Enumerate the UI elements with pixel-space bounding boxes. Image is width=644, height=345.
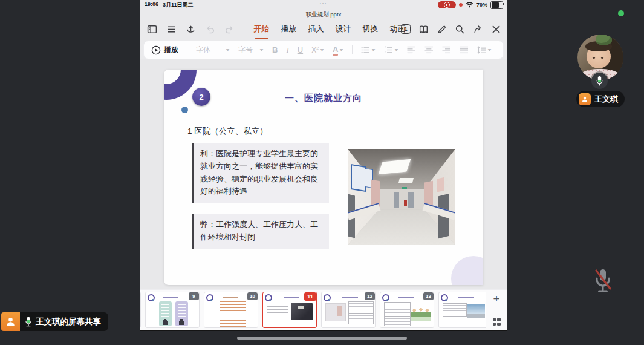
ribbon-bar: 开始 播放 插入 设计 切换 动画 1 (140, 20, 507, 38)
chevron-down-icon: ▼ (259, 48, 264, 52)
thumbnail-slide-11-selected[interactable]: 11 (262, 292, 317, 328)
pen-annotate-icon[interactable] (437, 24, 447, 34)
slide-number-badge: 10 (247, 292, 258, 300)
superscript-button[interactable]: X2▼ (311, 46, 324, 54)
align-left-icon[interactable] (407, 46, 416, 54)
photo-fire-extinguisher (404, 200, 406, 206)
close-icon[interactable] (491, 24, 501, 34)
thumbnail-slide-12[interactable]: 12 (321, 292, 376, 328)
photo-door (437, 177, 444, 192)
slide-title[interactable]: 一、医院就业方向 (164, 93, 483, 104)
mic-level-icon (25, 317, 32, 327)
photo-far-door (408, 192, 414, 208)
participant-mic-indicator[interactable] (591, 73, 608, 89)
slide-number-badge: 9 (189, 292, 199, 300)
font-color-label: A (333, 45, 338, 56)
screen-record-indicator[interactable] (438, 1, 456, 8)
slide-number-badge: 11 (304, 292, 316, 301)
share-banner-body: 王文琪的屏幕共享 (20, 312, 108, 331)
share-upload-icon[interactable] (186, 24, 196, 34)
chevron-down-icon: ▼ (487, 48, 492, 52)
wifi-icon (466, 2, 473, 8)
photo-exit-sign (402, 187, 407, 189)
current-slide[interactable]: 2 一、医院就业方向 1 医院（公立、私立） 利：医院是护理专业学生最主要的就业… (164, 70, 483, 285)
participant-name-badge: 王文琪 (576, 91, 625, 107)
muted-mic-button[interactable] (592, 267, 614, 297)
menu-icon[interactable] (166, 24, 177, 34)
share-arrow-icon[interactable] (473, 24, 483, 34)
slide-number-badge: 12 (365, 292, 375, 300)
tab-home[interactable]: 开始 (254, 24, 270, 34)
thumbnail-slide-14[interactable] (438, 292, 493, 328)
numbered-list-icon (384, 46, 393, 54)
tab-play[interactable]: 播放 (281, 24, 297, 34)
align-right-icon[interactable] (442, 46, 451, 54)
screen-share-label: 王文琪的屏幕共享 (36, 317, 101, 327)
bullet-list-button[interactable]: ▼ (361, 46, 376, 54)
format-toolbar: 播放 字体▼ 字号▼ B I U X2▼ A▼ ▼ ▼ ▼ (143, 41, 504, 59)
numbered-list-button[interactable]: ▼ (384, 46, 398, 54)
cons-textbox[interactable]: 弊：工作强度大、工作压力大、工作环境相对封闭 (192, 214, 329, 249)
thumbnail-slide-9[interactable]: 9 (145, 292, 200, 328)
tab-transition[interactable]: 切换 (363, 24, 379, 34)
sharer-icon (1, 312, 20, 331)
thumbnail-slide-10[interactable]: 10 (204, 292, 258, 328)
add-slide-button[interactable]: + (493, 295, 499, 303)
font-family-select[interactable]: 字体▼ (196, 45, 230, 55)
avatar-eye (601, 57, 603, 59)
redo-icon[interactable] (224, 24, 235, 34)
pros-textbox[interactable]: 利：医院是护理专业学生最主要的就业方向之一，能够提供丰富的实践经验、稳定的职业发… (192, 143, 329, 203)
line-spacing-icon (477, 46, 486, 54)
ribbon-tabs: 开始 播放 插入 设计 切换 动画 (254, 24, 406, 34)
mic-level-icon (596, 76, 603, 87)
home-indicator-bar[interactable] (237, 337, 407, 340)
italic-button[interactable]: I (286, 45, 288, 55)
ribbon-right-icons: 1 (401, 24, 501, 34)
chevron-down-icon: ▼ (225, 48, 230, 52)
slide-heading[interactable]: 1 医院（公立、私立） (187, 126, 268, 137)
font-size-label: 字号 (238, 45, 253, 55)
play-button[interactable]: 播放 (151, 45, 178, 55)
undo-icon[interactable] (205, 24, 215, 34)
avatar-green-toy (596, 34, 612, 45)
chevron-down-icon: ▼ (339, 48, 344, 52)
font-family-label: 字体 (196, 45, 210, 55)
hospital-corridor-photo[interactable] (348, 149, 455, 245)
bullet-list-icon (361, 46, 370, 54)
slide-canvas: 2 一、医院就业方向 1 医院（公立、私立） 利：医院是护理专业学生最主要的就业… (140, 59, 507, 289)
search-icon[interactable] (455, 24, 465, 34)
font-color-button[interactable]: A▼ (333, 45, 343, 56)
muted-mic-icon (592, 267, 614, 295)
page-number-icon[interactable]: 1 (401, 24, 411, 34)
document-title: 职业规划.pptx (140, 11, 507, 19)
tab-insert[interactable]: 插入 (308, 24, 324, 34)
chevron-down-icon: ▼ (319, 48, 325, 52)
screen-share-banner: 王文琪的屏幕共享 (1, 312, 108, 331)
align-justify-icon[interactable] (460, 46, 469, 54)
align-center-icon[interactable] (424, 46, 434, 54)
divider (352, 45, 353, 54)
thumbnail-slide-8[interactable]: 8 (140, 292, 141, 328)
meeting-window: 19:06 3月11日周二 ••• 70% 职业规划.pptx (0, 0, 644, 345)
status-bar: 19:06 3月11日周二 ••• 70% (140, 0, 507, 10)
status-indicators: 70% (438, 1, 503, 9)
outline-panel-icon[interactable] (147, 24, 157, 34)
font-size-select[interactable]: 字号▼ (238, 45, 264, 55)
play-icon (151, 45, 161, 55)
line-spacing-button[interactable]: ▼ (477, 46, 492, 54)
participant-icon (579, 93, 591, 105)
photo-ceiling-light (398, 178, 414, 183)
participant-name: 王文琪 (594, 94, 618, 105)
photo-notice-board (351, 164, 366, 192)
chevron-down-icon: ▼ (394, 48, 399, 52)
tab-design[interactable]: 设计 (336, 24, 351, 34)
reader-view-icon[interactable] (418, 24, 429, 34)
slide-sorter-icon[interactable] (493, 318, 501, 326)
underline-button[interactable]: U (298, 45, 303, 54)
avatar-eye (593, 57, 595, 59)
thumbnail-slide-13[interactable]: 13 (380, 292, 434, 328)
chevron-down-icon: ▼ (371, 48, 376, 52)
slide-thumbnail-strip: 8 9 10 (140, 289, 507, 331)
play-label: 播放 (164, 45, 178, 55)
bold-button[interactable]: B (272, 45, 278, 54)
